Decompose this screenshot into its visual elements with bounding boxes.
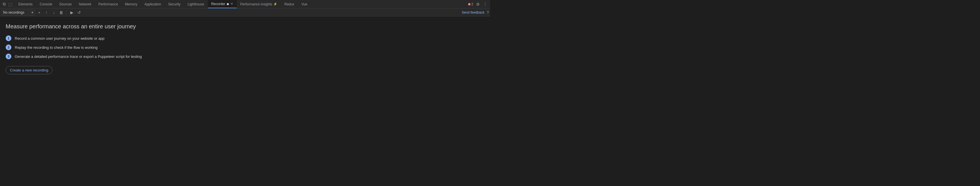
main-content: Measure performance across an entire use… [0,16,490,81]
tab-performance[interactable]: Performance [95,0,122,8]
tab-sources-label: Sources [59,2,72,6]
tab-recorder-close[interactable]: ✕ [231,2,233,6]
step-number-3: 3 [6,54,11,59]
add-icon: + [38,10,40,15]
send-feedback-button[interactable]: Send feedback [460,11,485,14]
tab-lighthouse[interactable]: Lighthouse [184,0,208,8]
delete-icon: 🗑 [59,10,63,15]
tab-elements[interactable]: Elements [15,0,36,8]
step-item: 2 Replay the recording to check if the f… [6,45,484,50]
tab-memory[interactable]: Memory [122,0,141,8]
create-recording-button[interactable]: Create a new recording [6,66,52,74]
tab-network-label: Network [79,2,91,6]
tab-vue[interactable]: Vue [298,0,311,8]
step-text-3: Generate a detailed performance trace or… [15,54,142,59]
tab-console[interactable]: Console [36,0,56,8]
tab-bar: ⧉ ⬚ Elements Console Sources Network Per… [0,0,490,8]
tab-security-label: Security [168,2,180,6]
toolbar: No recordings ▾ + ↑ ↓ 🗑 ▶ ↺ Send feedbac… [0,8,490,16]
play-icon: ▶ [70,10,73,15]
tab-console-label: Console [40,2,52,6]
tab-security[interactable]: Security [165,0,184,8]
step-number-1: 1 [6,35,11,41]
tab-recorder-label: Recorder [211,2,225,6]
export-recording-button[interactable]: ↑ [43,10,50,16]
import-icon: ↓ [53,10,55,15]
tab-application[interactable]: Application [141,0,165,8]
toolbar-right: Send feedback ? [460,10,489,15]
tabs-list: Elements Console Sources Network Perform… [15,0,466,8]
tab-sources[interactable]: Sources [56,0,75,8]
tab-redux[interactable]: Redux [281,0,298,8]
recording-select-value: No recordings [3,11,24,14]
tab-elements-label: Elements [18,2,33,6]
chevron-down-icon: ▾ [32,11,33,14]
step-item: 3 Generate a detailed performance trace … [6,54,484,59]
tab-performance-label: Performance [99,2,118,6]
error-dot [468,3,471,5]
tab-vue-label: Vue [301,2,307,6]
step-number-2: 2 [6,45,11,50]
add-recording-button[interactable]: + [36,10,43,16]
recorder-icon: ⏺ [226,2,229,6]
play-button[interactable]: ▶ [68,10,75,16]
step-text-1: Record a common user journey on your web… [15,36,105,41]
page-title: Measure performance across an entire use… [6,23,484,30]
tab-performance-insights-label: Performance insights [240,2,272,6]
settings-icon[interactable]: ⚙ [476,2,480,7]
tab-redux-label: Redux [285,2,294,6]
tab-right-icons: 2 ⚙ ⋮ [466,2,490,7]
devtools-icons: ⧉ ⬚ [0,1,15,7]
tab-performance-insights[interactable]: Performance insights ⚡ [237,0,281,8]
inspect-icon[interactable]: ⬚ [8,2,13,7]
tab-recorder[interactable]: Recorder ⏺ ✕ [208,0,237,8]
export-icon: ↑ [46,10,48,15]
tab-memory-label: Memory [125,2,137,6]
toolbar-separator [66,10,67,15]
steps-list: 1 Record a common user journey on your w… [6,35,484,59]
replay-button[interactable]: ↺ [76,10,83,16]
help-icon[interactable]: ? [487,10,489,15]
error-count: 2 [471,2,473,6]
performance-insights-icon: ⚡ [274,2,277,6]
tab-network[interactable]: Network [75,0,95,8]
error-badge[interactable]: 2 [468,2,473,6]
replay-icon: ↺ [77,10,81,15]
more-icon[interactable]: ⋮ [483,2,488,7]
step-text-2: Replay the recording to check if the flo… [15,45,97,49]
delete-recording-button[interactable]: 🗑 [58,10,65,16]
recording-select[interactable]: No recordings ▾ [1,10,35,16]
tab-application-label: Application [144,2,161,6]
tab-lighthouse-label: Lighthouse [188,2,204,6]
dock-icon[interactable]: ⧉ [2,1,6,7]
step-item: 1 Record a common user journey on your w… [6,35,484,41]
import-recording-button[interactable]: ↓ [51,10,57,16]
